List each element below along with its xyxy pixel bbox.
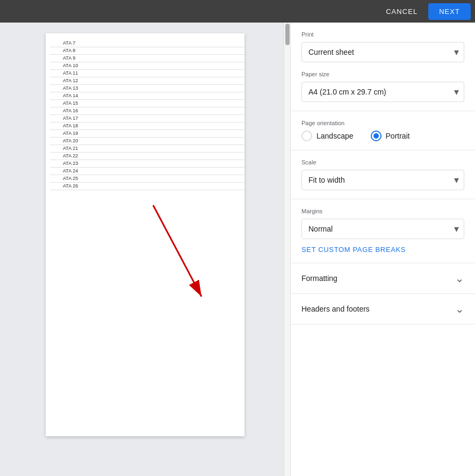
landscape-label: Landscape [316,132,354,140]
paper-size-dropdown-wrapper: A4 (21.0 cm x 29.7 cm) Letter Legal ▾ [301,82,464,102]
paper-preview: ATA 7ATA 8ATA 9ATA 10ATA 11ATA 12ATA 13A… [46,33,244,436]
table-row: ATA 11 [50,70,244,77]
table-row: ATA 10 [50,62,244,70]
print-label: Print [301,31,464,38]
main-area: ATA 7ATA 8ATA 9ATA 10ATA 11ATA 12ATA 13A… [0,23,475,476]
portrait-radio-inner [373,133,379,139]
table-row: ATA 15 [50,100,244,107]
table-row: ATA 8 [50,47,244,55]
table-row: ATA 7 [50,40,244,47]
paper-size-section: Paper size A4 (21.0 cm x 29.7 cm) Letter… [291,62,475,111]
table-row: ATA 9 [50,55,244,62]
print-section: Print Current sheet Workbook Selection ▾ [291,23,475,62]
headers-footers-header[interactable]: Headers and footers ⌄ [291,294,475,324]
table-row: ATA 23 [50,160,244,168]
formatting-chevron-icon: ⌄ [455,272,464,285]
formatting-header[interactable]: Formatting ⌄ [291,263,475,293]
print-dropdown-wrapper: Current sheet Workbook Selection ▾ [301,42,464,62]
table-row: ATA 19 [50,130,244,138]
sheet-data: ATA 7ATA 8ATA 9ATA 10ATA 11ATA 12ATA 13A… [46,33,244,190]
margins-label: Margins [301,208,464,214]
margins-section: Margins Normal Narrow Wide Custom ▾ SET … [291,199,475,263]
settings-panel: Print Current sheet Workbook Selection ▾… [290,23,475,476]
cancel-button[interactable]: CANCEL [377,3,426,20]
preview-panel: ATA 7ATA 8ATA 9ATA 10ATA 11ATA 12ATA 13A… [0,23,290,476]
table-row: ATA 18 [50,122,244,130]
next-button[interactable]: NEXT [428,3,471,20]
orientation-options: Landscape Portrait [301,131,464,141]
table-row: ATA 21 [50,145,244,153]
portrait-label: Portrait [386,132,410,140]
headers-footers-chevron-icon: ⌄ [455,302,464,315]
portrait-option[interactable]: Portrait [371,131,410,141]
table-row: ATA 16 [50,107,244,115]
landscape-radio-circle[interactable] [301,131,312,141]
orientation-label: Page orientation [301,120,464,126]
table-row: ATA 22 [50,153,244,160]
svg-line-1 [153,205,201,297]
print-dropdown[interactable]: Current sheet Workbook Selection [301,42,464,62]
scale-dropdown-wrapper: Fit to width Normal (100%) Fit to height… [301,170,464,190]
paper-size-dropdown[interactable]: A4 (21.0 cm x 29.7 cm) Letter Legal [301,82,464,102]
margins-dropdown[interactable]: Normal Narrow Wide Custom [301,219,464,239]
margins-dropdown-wrapper: Normal Narrow Wide Custom ▾ [301,219,464,239]
table-row: ATA 14 [50,92,244,100]
headers-footers-section: Headers and footers ⌄ [291,294,475,324]
table-row: ATA 24 [50,168,244,175]
formatting-title: Formatting [301,274,337,283]
landscape-option[interactable]: Landscape [301,131,354,141]
formatting-section: Formatting ⌄ [291,263,475,294]
scrollbar-thumb[interactable] [285,24,290,45]
custom-page-breaks-link[interactable]: SET CUSTOM PAGE BREAKS [301,246,406,254]
portrait-radio-circle[interactable] [371,131,382,141]
table-row: ATA 26 [50,183,244,190]
table-row: ATA 12 [50,77,244,85]
scale-label: Scale [301,159,464,165]
scale-dropdown[interactable]: Fit to width Normal (100%) Fit to height… [301,170,464,190]
headers-footers-title: Headers and footers [301,305,370,313]
scale-section: Scale Fit to width Normal (100%) Fit to … [291,150,475,199]
orientation-section: Page orientation Landscape Portrait [291,111,475,150]
table-row: ATA 17 [50,115,244,122]
scrollbar-track[interactable] [284,23,290,476]
table-row: ATA 25 [50,175,244,183]
table-row: ATA 20 [50,138,244,145]
paper-size-label: Paper size [301,71,464,77]
header-bar: CANCEL NEXT [0,0,475,23]
table-row: ATA 13 [50,85,244,92]
